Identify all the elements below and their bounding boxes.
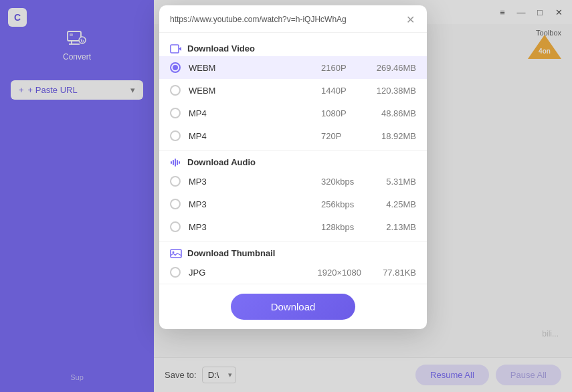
audio-row-0[interactable]: MP3 320kbps 5.31MB: [159, 170, 427, 193]
format-size-thumbnail-0: 77.81KB: [369, 268, 416, 278]
thumbnail-icon: [170, 249, 182, 258]
thumbnail-row-0[interactable]: JPG 1920×1080 77.81KB: [159, 261, 427, 284]
video-icon: [170, 44, 182, 54]
format-quality-audio-0: 320kbps: [321, 177, 361, 187]
video-row-1[interactable]: WEBM 1440P 120.38MB: [159, 79, 427, 102]
format-name-video-2: MP4: [189, 108, 313, 118]
audio-row-1[interactable]: MP3 256kbps 4.25MB: [159, 193, 427, 215]
modal-body: Download Video WEBM 2160P 269.46MB WEBM …: [159, 33, 427, 284]
format-quality-video-3: 720P: [321, 131, 361, 141]
radio-video-2[interactable]: [170, 108, 181, 118]
divider-1: [159, 150, 427, 151]
thumbnail-section-header: Download Thumbnail: [159, 244, 427, 261]
format-name-audio-2: MP3: [189, 222, 313, 232]
svg-rect-15: [177, 160, 178, 165]
audio-row-2[interactable]: MP3 128kbps 2.13MB: [159, 215, 427, 238]
format-size-video-3: 18.92MB: [369, 131, 416, 141]
format-quality-video-0: 2160P: [321, 63, 361, 73]
svg-rect-12: [171, 161, 172, 164]
modal-close-button[interactable]: ✕: [404, 13, 416, 25]
radio-video-1[interactable]: [170, 85, 181, 96]
format-name-audio-1: MP3: [189, 199, 313, 209]
format-name-video-3: MP4: [189, 131, 313, 141]
modal-overlay: https://www.youtube.com/watch?v=h-iQJHcW…: [0, 0, 572, 392]
svg-rect-16: [179, 161, 180, 164]
video-row-0[interactable]: WEBM 2160P 269.46MB: [159, 56, 427, 79]
format-quality-video-2: 1080P: [321, 108, 361, 118]
format-size-video-0: 269.46MB: [369, 63, 416, 73]
format-quality-audio-2: 128kbps: [321, 222, 361, 232]
svg-point-18: [173, 251, 175, 253]
format-size-video-1: 120.38MB: [369, 86, 416, 96]
modal-url: https://www.youtube.com/watch?v=h-iQJHcW…: [170, 15, 404, 24]
video-row-2[interactable]: MP4 1080P 48.86MB: [159, 102, 427, 124]
radio-audio-2[interactable]: [170, 221, 181, 232]
modal-footer: Download: [159, 284, 427, 329]
download-button[interactable]: Download: [231, 294, 356, 320]
svg-rect-17: [171, 250, 181, 258]
format-size-audio-2: 2.13MB: [369, 222, 416, 232]
radio-audio-0[interactable]: [170, 176, 181, 187]
audio-section-label: Download Audio: [187, 157, 256, 167]
format-quality-video-1: 1440P: [321, 86, 361, 96]
svg-rect-14: [175, 159, 176, 167]
radio-audio-1[interactable]: [170, 199, 181, 209]
format-size-video-2: 48.86MB: [369, 108, 416, 118]
format-name-audio-0: MP3: [189, 177, 313, 187]
video-section-label: Download Video: [187, 43, 255, 54]
format-quality-thumbnail-0: 1920×1080: [318, 268, 361, 278]
modal-header: https://www.youtube.com/watch?v=h-iQJHcW…: [159, 5, 427, 33]
format-size-audio-0: 5.31MB: [369, 177, 416, 187]
svg-rect-13: [173, 160, 174, 165]
svg-rect-10: [171, 45, 179, 53]
radio-video-0[interactable]: [170, 62, 181, 73]
audio-section-header: Download Audio: [159, 153, 427, 170]
radio-video-3[interactable]: [170, 130, 181, 141]
video-row-3[interactable]: MP4 720P 18.92MB: [159, 124, 427, 147]
video-section-header: Download Video: [159, 39, 427, 56]
radio-thumbnail-0[interactable]: [170, 267, 181, 278]
format-size-audio-1: 4.25MB: [369, 199, 416, 209]
format-name-thumbnail-0: JPG: [189, 268, 310, 278]
download-modal: https://www.youtube.com/watch?v=h-iQJHcW…: [159, 5, 427, 329]
format-name-video-1: WEBM: [189, 86, 313, 96]
divider-2: [159, 241, 427, 241]
thumbnail-section-label: Download Thumbnail: [187, 248, 275, 258]
app-window: ≡ — □ ✕ C ↻: [0, 0, 572, 392]
audio-icon: [170, 158, 182, 167]
format-name-video-0: WEBM: [189, 63, 313, 73]
format-quality-audio-1: 256kbps: [321, 199, 361, 209]
